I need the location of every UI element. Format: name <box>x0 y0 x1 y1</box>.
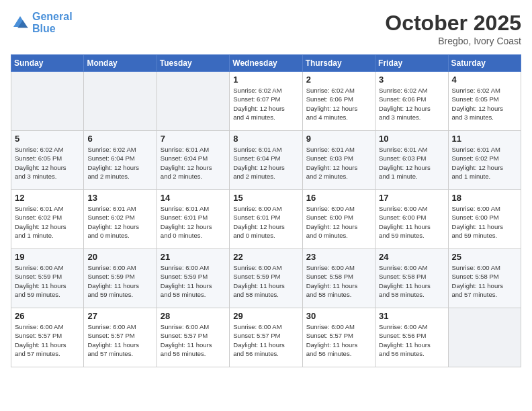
day-info: Sunrise: 6:02 AM Sunset: 6:06 PM Dayligh… <box>379 86 444 122</box>
calendar-cell: 18Sunrise: 6:00 AM Sunset: 6:00 PM Dayli… <box>448 190 521 249</box>
day-info: Sunrise: 6:02 AM Sunset: 6:06 PM Dayligh… <box>306 86 371 122</box>
day-info: Sunrise: 6:00 AM Sunset: 5:57 PM Dayligh… <box>306 322 371 358</box>
calendar-cell: 11Sunrise: 6:01 AM Sunset: 6:02 PM Dayli… <box>448 131 521 190</box>
calendar-header: SundayMondayTuesdayWednesdayThursdayFrid… <box>11 55 521 72</box>
day-info: Sunrise: 6:00 AM Sunset: 6:01 PM Dayligh… <box>233 204 298 240</box>
weekday-header: Monday <box>84 55 157 72</box>
logo-line2: Blue <box>32 23 73 35</box>
calendar-body: 1Sunrise: 6:02 AM Sunset: 6:07 PM Daylig… <box>11 72 521 367</box>
day-info: Sunrise: 6:00 AM Sunset: 5:56 PM Dayligh… <box>379 322 444 358</box>
day-number: 10 <box>379 134 444 144</box>
calendar-cell: 16Sunrise: 6:00 AM Sunset: 6:00 PM Dayli… <box>302 190 375 249</box>
calendar-cell: 6Sunrise: 6:02 AM Sunset: 6:04 PM Daylig… <box>84 131 157 190</box>
calendar-cell: 12Sunrise: 6:01 AM Sunset: 6:02 PM Dayli… <box>11 190 84 249</box>
weekday-header: Saturday <box>448 55 521 72</box>
day-info: Sunrise: 6:01 AM Sunset: 6:02 PM Dayligh… <box>15 204 80 240</box>
calendar-cell: 2Sunrise: 6:02 AM Sunset: 6:06 PM Daylig… <box>302 72 375 131</box>
day-info: Sunrise: 6:00 AM Sunset: 5:59 PM Dayligh… <box>87 263 152 299</box>
day-info: Sunrise: 6:00 AM Sunset: 5:58 PM Dayligh… <box>306 263 371 299</box>
calendar-cell: 17Sunrise: 6:00 AM Sunset: 6:00 PM Dayli… <box>375 190 448 249</box>
logo: General Blue <box>11 11 73 34</box>
day-info: Sunrise: 6:00 AM Sunset: 5:57 PM Dayligh… <box>87 322 152 358</box>
calendar-cell <box>84 72 157 131</box>
day-number: 2 <box>306 75 371 85</box>
day-info: Sunrise: 6:01 AM Sunset: 6:02 PM Dayligh… <box>452 145 517 181</box>
day-number: 6 <box>87 134 152 144</box>
day-number: 28 <box>161 311 226 321</box>
calendar-cell: 4Sunrise: 6:02 AM Sunset: 6:05 PM Daylig… <box>448 72 521 131</box>
day-info: Sunrise: 6:00 AM Sunset: 6:00 PM Dayligh… <box>306 204 371 240</box>
day-number: 17 <box>379 193 444 203</box>
page-header: General Blue October 2025 Bregbo, Ivory … <box>11 11 521 46</box>
day-number: 26 <box>15 311 80 321</box>
calendar-cell <box>11 72 84 131</box>
day-info: Sunrise: 6:00 AM Sunset: 5:58 PM Dayligh… <box>379 263 444 299</box>
calendar-cell <box>448 308 521 367</box>
day-info: Sunrise: 6:00 AM Sunset: 6:00 PM Dayligh… <box>452 204 517 240</box>
day-info: Sunrise: 6:02 AM Sunset: 6:07 PM Dayligh… <box>233 86 298 122</box>
calendar-cell: 14Sunrise: 6:01 AM Sunset: 6:01 PM Dayli… <box>157 190 229 249</box>
day-number: 29 <box>233 311 298 321</box>
location: Bregbo, Ivory Coast <box>385 36 521 46</box>
calendar-cell: 28Sunrise: 6:00 AM Sunset: 5:57 PM Dayli… <box>157 308 229 367</box>
day-number: 18 <box>452 193 517 203</box>
day-number: 30 <box>306 311 371 321</box>
calendar-cell: 22Sunrise: 6:00 AM Sunset: 5:59 PM Dayli… <box>230 249 302 308</box>
day-info: Sunrise: 6:01 AM Sunset: 6:02 PM Dayligh… <box>87 204 152 240</box>
day-number: 7 <box>161 134 226 144</box>
calendar-cell: 30Sunrise: 6:00 AM Sunset: 5:57 PM Dayli… <box>302 308 375 367</box>
calendar-cell: 9Sunrise: 6:01 AM Sunset: 6:03 PM Daylig… <box>302 131 375 190</box>
weekday-row: SundayMondayTuesdayWednesdayThursdayFrid… <box>11 55 521 72</box>
day-info: Sunrise: 6:02 AM Sunset: 6:04 PM Dayligh… <box>87 145 152 181</box>
day-number: 9 <box>306 134 371 144</box>
day-number: 5 <box>15 134 80 144</box>
day-info: Sunrise: 6:00 AM Sunset: 5:59 PM Dayligh… <box>15 263 80 299</box>
calendar-cell: 15Sunrise: 6:00 AM Sunset: 6:01 PM Dayli… <box>230 190 302 249</box>
calendar-cell: 3Sunrise: 6:02 AM Sunset: 6:06 PM Daylig… <box>375 72 448 131</box>
day-number: 23 <box>306 252 371 262</box>
day-info: Sunrise: 6:00 AM Sunset: 5:58 PM Dayligh… <box>452 263 517 299</box>
day-number: 27 <box>87 311 152 321</box>
day-number: 16 <box>306 193 371 203</box>
day-info: Sunrise: 6:00 AM Sunset: 5:59 PM Dayligh… <box>161 263 226 299</box>
day-number: 31 <box>379 311 444 321</box>
day-number: 8 <box>233 134 298 144</box>
day-info: Sunrise: 6:01 AM Sunset: 6:03 PM Dayligh… <box>379 145 444 181</box>
day-info: Sunrise: 6:00 AM Sunset: 5:57 PM Dayligh… <box>233 322 298 358</box>
day-number: 15 <box>233 193 298 203</box>
weekday-header: Sunday <box>11 55 84 72</box>
calendar-cell <box>157 72 229 131</box>
day-number: 12 <box>15 193 80 203</box>
day-number: 3 <box>379 75 444 85</box>
calendar-cell: 27Sunrise: 6:00 AM Sunset: 5:57 PM Dayli… <box>84 308 157 367</box>
calendar-week-row: 19Sunrise: 6:00 AM Sunset: 5:59 PM Dayli… <box>11 249 521 308</box>
day-number: 11 <box>452 134 517 144</box>
day-info: Sunrise: 6:01 AM Sunset: 6:03 PM Dayligh… <box>306 145 371 181</box>
day-info: Sunrise: 6:02 AM Sunset: 6:05 PM Dayligh… <box>452 86 517 122</box>
day-info: Sunrise: 6:01 AM Sunset: 6:01 PM Dayligh… <box>161 204 226 240</box>
day-number: 24 <box>379 252 444 262</box>
logo-line1: General <box>32 11 73 23</box>
day-info: Sunrise: 6:00 AM Sunset: 5:57 PM Dayligh… <box>15 322 80 358</box>
calendar-cell: 1Sunrise: 6:02 AM Sunset: 6:07 PM Daylig… <box>230 72 302 131</box>
day-number: 14 <box>161 193 226 203</box>
calendar-cell: 20Sunrise: 6:00 AM Sunset: 5:59 PM Dayli… <box>84 249 157 308</box>
day-info: Sunrise: 6:01 AM Sunset: 6:04 PM Dayligh… <box>161 145 226 181</box>
day-number: 4 <box>452 75 517 85</box>
calendar-cell: 23Sunrise: 6:00 AM Sunset: 5:58 PM Dayli… <box>302 249 375 308</box>
calendar-week-row: 12Sunrise: 6:01 AM Sunset: 6:02 PM Dayli… <box>11 190 521 249</box>
day-number: 25 <box>452 252 517 262</box>
weekday-header: Thursday <box>302 55 375 72</box>
month-title: October 2025 <box>385 11 521 36</box>
logo-icon <box>11 13 30 32</box>
calendar-week-row: 5Sunrise: 6:02 AM Sunset: 6:05 PM Daylig… <box>11 131 521 190</box>
day-number: 21 <box>161 252 226 262</box>
day-number: 20 <box>87 252 152 262</box>
day-info: Sunrise: 6:00 AM Sunset: 5:57 PM Dayligh… <box>161 322 226 358</box>
calendar-cell: 29Sunrise: 6:00 AM Sunset: 5:57 PM Dayli… <box>230 308 302 367</box>
day-info: Sunrise: 6:02 AM Sunset: 6:05 PM Dayligh… <box>15 145 80 181</box>
calendar-cell: 10Sunrise: 6:01 AM Sunset: 6:03 PM Dayli… <box>375 131 448 190</box>
weekday-header: Friday <box>375 55 448 72</box>
day-info: Sunrise: 6:01 AM Sunset: 6:04 PM Dayligh… <box>233 145 298 181</box>
day-number: 1 <box>233 75 298 85</box>
